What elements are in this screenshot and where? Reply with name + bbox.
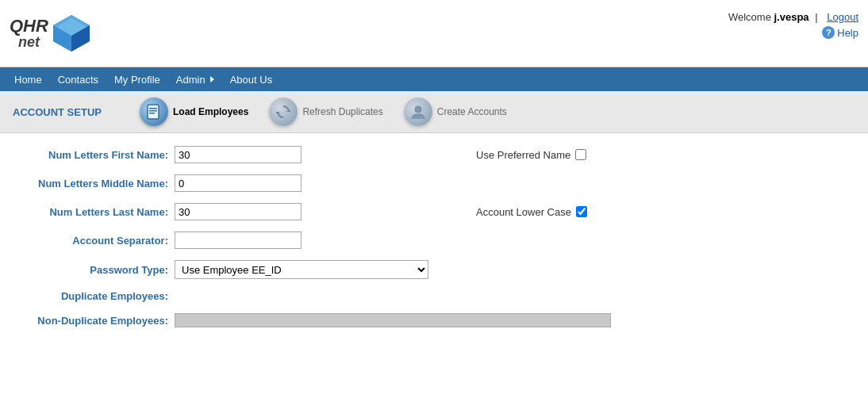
logout-link[interactable]: Logout — [827, 11, 858, 23]
header: QHR net Welcome j.vespa | Logout ? Help — [0, 0, 868, 67]
nav-label-about-us: About Us — [230, 74, 272, 86]
logo-container: QHR net — [10, 12, 93, 55]
label-duplicate-employees: Duplicate Employees: — [16, 290, 175, 302]
svg-rect-5 — [148, 105, 159, 119]
navbar: Home Contacts My Profile Admin About Us — [0, 67, 868, 91]
input-num-first-name[interactable] — [175, 146, 301, 163]
nav-item-about-us[interactable]: About Us — [222, 70, 280, 90]
label-num-middle-name: Num Letters Middle Name: — [16, 178, 175, 189]
help-link[interactable]: ? Help — [728, 26, 858, 39]
create-accounts-label: Create Accounts — [437, 106, 507, 117]
logo-cube-icon — [50, 12, 93, 55]
account-lower-case-label: Account Lower Case — [476, 206, 571, 218]
svg-rect-6 — [149, 108, 157, 109]
svg-rect-7 — [149, 110, 157, 112]
wizard-step-create-accounts[interactable]: Create Accounts — [404, 98, 507, 126]
nav-item-home[interactable]: Home — [6, 70, 50, 90]
separator: | — [815, 11, 817, 23]
wizard-bar: ACCOUNT SETUP Load Employees — [0, 91, 868, 133]
logo-net: net — [10, 35, 48, 49]
select-password-type[interactable]: Use Employee EE_ID Use Employee SSN Use … — [175, 260, 428, 279]
label-num-last-name: Num Letters Last Name: — [16, 206, 175, 218]
help-label: Help — [837, 27, 858, 39]
non-duplicate-bar — [175, 313, 611, 327]
nav-label-my-profile: My Profile — [114, 74, 160, 86]
label-non-duplicate-employees: Non-Duplicate Employees: — [16, 315, 175, 327]
use-preferred-name-checkbox[interactable] — [575, 149, 586, 160]
input-num-middle-name[interactable] — [175, 174, 301, 192]
nav-item-my-profile[interactable]: My Profile — [106, 70, 168, 90]
svg-rect-8 — [149, 113, 155, 114]
nav-item-admin[interactable]: Admin — [168, 70, 222, 90]
nav-item-contacts[interactable]: Contacts — [50, 70, 106, 90]
logo-text: QHR net — [10, 17, 48, 49]
wizard-step-refresh-duplicates[interactable]: Refresh Duplicates — [269, 98, 382, 126]
welcome-area: Welcome j.vespa | Logout ? Help — [728, 5, 858, 39]
refresh-duplicates-icon — [269, 98, 298, 126]
load-employees-icon — [140, 98, 168, 126]
admin-arrow-icon — [210, 76, 214, 82]
svg-marker-9 — [286, 109, 291, 112]
help-icon: ? — [822, 26, 835, 39]
use-preferred-name-label: Use Preferred Name — [476, 149, 570, 161]
input-account-separator[interactable] — [175, 232, 301, 249]
label-password-type: Password Type: — [16, 264, 175, 276]
account-setup-label: ACCOUNT SETUP — [13, 106, 124, 118]
logo-qhr: QHR — [10, 17, 48, 35]
svg-marker-10 — [275, 112, 280, 114]
account-lower-case-checkbox[interactable] — [576, 206, 587, 217]
nav-label-admin: Admin — [176, 74, 205, 86]
username-display: j.vespa — [774, 11, 809, 23]
form-area: Num Letters First Name: Use Preferred Na… — [0, 133, 868, 351]
refresh-duplicates-label: Refresh Duplicates — [302, 106, 382, 117]
wizard-step-load-employees[interactable]: Load Employees — [140, 98, 248, 126]
wizard-steps: Load Employees Refresh Duplicates — [140, 98, 507, 126]
svg-point-11 — [415, 106, 421, 113]
welcome-prefix: Welcome — [728, 11, 771, 23]
label-account-separator: Account Separator: — [16, 235, 175, 247]
load-employees-label: Load Employees — [173, 106, 248, 117]
nav-label-home: Home — [14, 74, 42, 86]
label-num-first-name: Num Letters First Name: — [16, 149, 175, 161]
nav-label-contacts: Contacts — [58, 74, 98, 86]
create-accounts-icon — [404, 98, 432, 126]
content-area: ACCOUNT SETUP Load Employees — [0, 91, 868, 398]
input-num-last-name[interactable] — [175, 203, 301, 220]
